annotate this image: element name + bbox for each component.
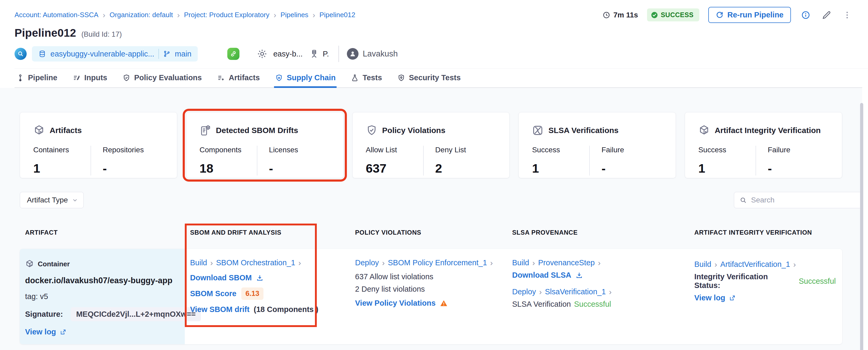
chevron-right-icon: › [598,259,600,267]
gear-icon [257,49,268,59]
page-title: Pipeline012 [14,27,76,39]
table-row: Container docker.io/lavakush07/easy-bugg… [20,249,842,344]
edit-pencil-icon[interactable] [820,9,833,21]
repo-name-link[interactable]: easybuggy-vulnerable-applic... [51,50,154,58]
chevron-right-icon: › [793,260,796,268]
column-header-sbom: SBOM AND DRIFT ANALYSIS [185,229,350,249]
breadcrumb-organization[interactable]: Organization: default [110,11,173,19]
download-sbom-link[interactable]: Download SBOM [190,274,252,282]
metric-label: Failure [601,146,624,154]
table-header: ARTIFACT SBOM AND DRIFT ANALYSIS POLICY … [20,224,842,249]
artifact-type-select[interactable]: Artifact Type [20,192,84,208]
tab-inputs[interactable]: Inputs [71,69,108,88]
artifact-image-name: docker.io/lavakush07/easy-buggy-app [25,276,179,285]
shield-check-icon [366,125,377,136]
artifact-integrity-cell: Build › ArtifactVerification_1 › Integri… [689,249,842,344]
tab-artifacts[interactable]: Artifacts [216,69,261,88]
chevron-right-icon: › [382,259,384,267]
branch-link[interactable]: main [175,50,191,58]
allow-list-violations: 637 Allow list violations [355,273,500,281]
signature-value: MEQCICde2Vjl...L+2+mqnOXw== [71,307,201,321]
search-icon [739,196,747,204]
sbom-score-link[interactable]: SBOM Score [190,289,237,298]
step-link[interactable]: ArtifactVerification_1 [720,260,790,269]
deny-list-violations: 2 Deny list violations [355,285,500,293]
slsa-status-value: Successful [574,300,611,309]
breadcrumb-pipeline012[interactable]: Pipeline012 [319,11,355,19]
metric-label: Failure [768,146,790,154]
vertical-scrollbar[interactable] [860,103,863,350]
supply-chain-shield-icon [275,74,283,82]
view-sbom-drift-link[interactable]: View SBOM drift [190,305,249,314]
step-link[interactable]: SlsaVerification_1 [545,287,606,296]
signature-label: Signature: [25,310,63,319]
view-log-link[interactable]: View log [25,327,56,336]
metric-label: Deny List [435,146,466,154]
status-badge: SUCCESS [647,8,699,21]
artifacts-icon [217,74,225,82]
artifact-tag: tag: v5 [25,292,179,301]
card-slsa-verifications: SLSA Verifications Success 1 Failure - [519,112,676,178]
tab-supply-chain[interactable]: Supply Chain [274,69,337,88]
breadcrumb-account[interactable]: Account: Automation-SSCA [14,11,98,19]
drift-component-count: (18 Components ) [254,305,318,314]
sbom-score-badge: 6.13 [241,287,264,300]
card-artifacts: Artifacts Containers 1 Repositories - [20,112,177,178]
flask-icon [351,74,359,82]
card-policy-violations: Policy Violations Allow List 637 Deny Li… [352,112,510,178]
policy-violations-cell: Deploy › SBOM Policy Enforcement_1 › 637… [350,249,507,344]
integrity-status-label: Integrity Verification Status: [694,273,796,290]
metric-value: - [103,161,144,176]
sbom-step-breadcrumb: Build › SBOM Orchestration_1 › [190,258,343,267]
view-log-link[interactable]: View log [694,293,725,302]
stage-link[interactable]: Deploy [355,258,379,267]
chevron-right-icon: › [490,259,493,267]
chevron-right-icon: › [274,11,276,19]
column-header-slsa: SLSA PROVENANCE [507,229,689,249]
inputs-icon [72,74,81,82]
chevron-right-icon: › [103,11,105,19]
breadcrumb: Account: Automation-SSCA › Organization:… [14,11,355,19]
integrity-step-breadcrumb: Build › ArtifactVerification_1 › [694,260,836,269]
info-icon[interactable] [800,9,811,21]
slsa-provenance-cell: Build › ProvenanceStep › Download SLSA D… [507,249,689,344]
pipeline-duration: 7m 11s [602,11,638,19]
warning-icon [440,299,448,307]
divider [158,49,159,59]
tab-pipeline[interactable]: Pipeline [15,69,58,88]
kebab-menu-icon[interactable] [842,9,853,21]
stage-link[interactable]: Build [512,258,529,267]
rerun-pipeline-button[interactable]: Re-run Pipeline [708,7,791,23]
external-link-icon [60,329,66,336]
breadcrumb-project[interactable]: Project: Product Exploratory [184,11,270,19]
step-link[interactable]: SBOM Policy Enforcement_1 [388,258,487,267]
chevron-right-icon: › [177,11,180,19]
stage-link[interactable]: Deploy [512,287,536,296]
tab-tests[interactable]: Tests [350,69,383,88]
download-slsa-link[interactable]: Download SLSA [512,271,571,280]
card-artifact-integrity-verification: Artifact Integrity Verification Success … [685,112,842,178]
filter-row: Artifact Type [0,178,868,208]
shield-check-icon [123,74,130,82]
step-link[interactable]: SBOM Orchestration_1 [216,258,296,267]
tab-policy-evaluations[interactable]: Policy Evaluations [121,69,203,88]
breadcrumb-pipelines[interactable]: Pipelines [281,11,309,19]
chevron-right-icon: › [539,288,542,296]
search-input[interactable] [751,196,857,204]
artifact-type-label: Container [38,260,70,268]
metric-label: Repositories [103,146,144,154]
metric-value: - [269,161,298,176]
step-link[interactable]: ProvenanceStep [538,258,595,267]
external-link-icon [729,294,736,301]
search-box [734,192,862,208]
download-icon [256,274,264,282]
delegate-icon [309,49,319,59]
stage-link[interactable]: Build [694,260,711,269]
stage-link[interactable]: Build [190,258,207,267]
rerun-label: Re-run Pipeline [727,10,783,19]
view-policy-violations-link[interactable]: View Policy Violations [355,299,436,308]
tab-security-tests[interactable]: Security Tests [396,69,462,88]
card-detected-sbom-drifts: Detected SBOM Drifts Components 18 Licen… [186,112,343,178]
trigger-pipeline-name: easy-b... [273,50,303,58]
metric-value: 2 [435,161,466,176]
